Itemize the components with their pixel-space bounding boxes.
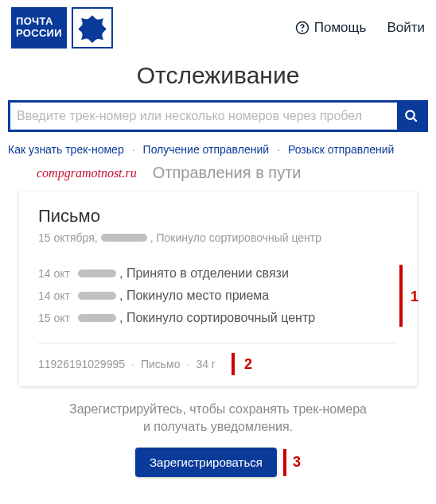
sub-date: 15 октября,	[38, 231, 98, 244]
link-how-to-find-track[interactable]: Как узнать трек-номер	[8, 143, 124, 156]
event-status: , Покинуло место приема	[119, 289, 269, 303]
help-label: Помощь	[314, 20, 367, 36]
svg-point-1	[302, 30, 302, 31]
divider	[38, 343, 398, 343]
logo-emblem-icon	[72, 7, 113, 48]
meta-type: Письмо	[141, 358, 181, 370]
subtitle-row: compgramotnost.ru Отправления в пути	[0, 164, 436, 192]
annotation-bracket	[232, 353, 235, 375]
event-status: , Покинуло сортировочный центр	[119, 311, 315, 325]
tracking-input[interactable]	[10, 103, 397, 130]
logo-line1: ПОЧТА	[16, 16, 62, 28]
shipment-card: Письмо 15 октября, , Покинуло сортировоч…	[19, 192, 417, 386]
in-transit-label: Отправления в пути	[153, 164, 302, 182]
page-title: Отслеживание	[0, 62, 436, 89]
search-icon	[404, 109, 418, 123]
help-icon	[295, 21, 309, 35]
cta-row: Зарегистрироваться 3	[0, 448, 436, 477]
redacted-location	[78, 269, 116, 277]
watermark-text: compgramotnost.ru	[37, 166, 137, 180]
register-button[interactable]: Зарегистрироваться	[135, 448, 277, 477]
shipment-title: Письмо	[38, 206, 398, 227]
meta-track-number: 11926191029995	[38, 358, 125, 370]
annotation-1: 1	[411, 289, 418, 305]
link-receive[interactable]: Получение отправлений	[143, 143, 270, 156]
event-row: 14 окт , Принято в отделении связи	[38, 266, 398, 281]
event-row: 14 окт , Покинуло место приема	[38, 289, 398, 303]
events-list: 14 окт , Принято в отделении связи 14 ок…	[38, 266, 398, 325]
logo-line2: РОССИИ	[16, 28, 62, 40]
help-links: Как узнать трек-номер · Получение отправ…	[0, 140, 436, 164]
tracking-search	[8, 100, 428, 132]
sub-status: , Покинуло сортировочный центр	[150, 231, 321, 244]
svg-point-2	[406, 110, 415, 119]
redacted-location	[78, 292, 116, 300]
shipment-meta: 11926191029995 · Письмо · 34 г 2	[38, 353, 398, 375]
cta-text: Зарегистрируйтесь, чтобы сохранять трек-…	[32, 401, 404, 435]
cta-line2: и получать уведомления.	[143, 420, 293, 433]
login-link[interactable]: Войти	[387, 20, 425, 36]
cta-line1: Зарегистрируйтесь, чтобы сохранять трек-…	[69, 402, 367, 416]
event-status: , Принято в отделении связи	[119, 266, 289, 281]
shipment-subtitle: 15 октября, , Покинуло сортировочный цен…	[38, 231, 398, 244]
logo-text: ПОЧТА РОССИИ	[11, 7, 67, 48]
annotation-2: 2	[244, 356, 252, 373]
search-button[interactable]	[397, 103, 426, 130]
redacted-location	[101, 234, 147, 242]
event-date: 14 окт	[38, 289, 78, 302]
redacted-location	[78, 314, 116, 322]
event-row: 15 окт , Покинуло сортировочный центр	[38, 311, 398, 325]
annotation-3: 3	[293, 454, 301, 471]
svg-line-3	[413, 118, 417, 122]
help-link[interactable]: Помощь	[295, 20, 367, 36]
site-header: ПОЧТА РОССИИ Помощь Войти	[0, 0, 436, 59]
meta-weight: 34 г	[196, 358, 216, 370]
link-search-parcel[interactable]: Розыск отправлений	[288, 143, 394, 156]
event-date: 15 окт	[38, 312, 78, 324]
annotation-bracket	[283, 449, 286, 476]
event-date: 14 окт	[38, 267, 78, 280]
annotation-bracket	[399, 265, 403, 327]
